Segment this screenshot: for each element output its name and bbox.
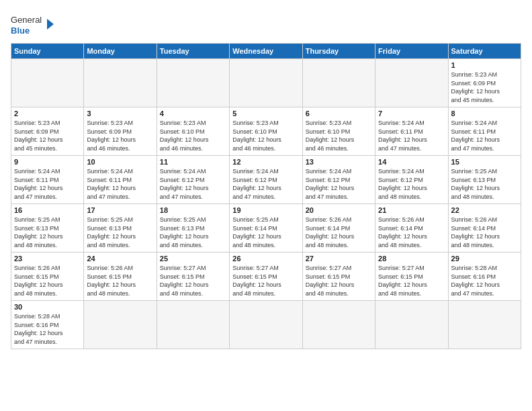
calendar-cell <box>230 59 302 107</box>
svg-text:Blue: Blue <box>11 26 30 36</box>
day-number: 28 <box>378 255 445 263</box>
calendar-cell: 29Sunrise: 5:28 AM Sunset: 6:16 PM Dayli… <box>448 253 521 301</box>
day-number: 5 <box>232 109 299 118</box>
day-number: 2 <box>14 109 81 118</box>
calendar-row: 30Sunrise: 5:28 AM Sunset: 6:16 PM Dayli… <box>11 301 521 349</box>
day-info: Sunrise: 5:23 AM Sunset: 6:10 PM Dayligh… <box>306 119 372 152</box>
day-number: 7 <box>378 109 445 118</box>
day-info: Sunrise: 5:24 AM Sunset: 6:11 PM Dayligh… <box>14 167 81 201</box>
calendar-cell: 22Sunrise: 5:26 AM Sunset: 6:14 PM Dayli… <box>448 204 521 253</box>
day-info: Sunrise: 5:28 AM Sunset: 6:16 PM Dayligh… <box>14 312 81 346</box>
calendar-cell <box>84 59 157 107</box>
day-info: Sunrise: 5:23 AM Sunset: 6:09 PM Dayligh… <box>451 71 518 104</box>
calendar-cell: 3Sunrise: 5:23 AM Sunset: 6:09 PM Daylig… <box>84 107 157 156</box>
svg-marker-2 <box>47 19 54 30</box>
day-info: Sunrise: 5:27 AM Sunset: 6:15 PM Dayligh… <box>160 264 226 298</box>
svg-text:General: General <box>11 15 42 25</box>
day-info: Sunrise: 5:24 AM Sunset: 6:11 PM Dayligh… <box>87 167 153 201</box>
day-number: 1 <box>451 61 518 69</box>
calendar-cell: 17Sunrise: 5:25 AM Sunset: 6:13 PM Dayli… <box>84 204 157 253</box>
calendar-cell: 11Sunrise: 5:24 AM Sunset: 6:12 PM Dayli… <box>157 156 229 204</box>
weekday-header-sunday: Sunday <box>11 44 84 59</box>
day-number: 12 <box>232 158 299 166</box>
day-info: Sunrise: 5:27 AM Sunset: 6:15 PM Dayligh… <box>306 264 372 298</box>
calendar-cell: 27Sunrise: 5:27 AM Sunset: 6:15 PM Dayli… <box>302 253 375 301</box>
day-info: Sunrise: 5:23 AM Sunset: 6:09 PM Dayligh… <box>87 119 153 152</box>
calendar-cell <box>375 59 448 107</box>
logo-svg: GeneralBlue <box>11 11 58 38</box>
weekday-header-thursday: Thursday <box>302 44 375 59</box>
day-number: 20 <box>306 206 372 214</box>
day-info: Sunrise: 5:23 AM Sunset: 6:09 PM Dayligh… <box>14 119 81 152</box>
day-info: Sunrise: 5:25 AM Sunset: 6:14 PM Dayligh… <box>232 216 299 249</box>
calendar-cell <box>157 301 229 349</box>
day-info: Sunrise: 5:26 AM Sunset: 6:15 PM Dayligh… <box>87 264 153 298</box>
calendar-cell <box>448 301 521 349</box>
calendar-cell: 26Sunrise: 5:27 AM Sunset: 6:15 PM Dayli… <box>230 253 302 301</box>
page-header: GeneralBlue <box>11 11 521 38</box>
weekday-header-row: SundayMondayTuesdayWednesdayThursdayFrid… <box>11 44 521 59</box>
day-number: 14 <box>378 158 445 166</box>
calendar-row: 9Sunrise: 5:24 AM Sunset: 6:11 PM Daylig… <box>11 156 521 204</box>
day-number: 30 <box>14 303 81 311</box>
calendar-row: 16Sunrise: 5:25 AM Sunset: 6:13 PM Dayli… <box>11 204 521 253</box>
weekday-header-monday: Monday <box>84 44 157 59</box>
day-info: Sunrise: 5:28 AM Sunset: 6:16 PM Dayligh… <box>451 264 518 298</box>
calendar-cell: 23Sunrise: 5:26 AM Sunset: 6:15 PM Dayli… <box>11 253 84 301</box>
day-number: 3 <box>87 109 153 118</box>
day-number: 10 <box>87 158 153 166</box>
day-info: Sunrise: 5:24 AM Sunset: 6:11 PM Dayligh… <box>378 119 445 152</box>
calendar-cell <box>302 59 375 107</box>
day-number: 26 <box>232 255 299 263</box>
weekday-header-saturday: Saturday <box>448 44 521 59</box>
day-number: 17 <box>87 206 153 214</box>
day-info: Sunrise: 5:26 AM Sunset: 6:14 PM Dayligh… <box>306 216 372 249</box>
day-number: 19 <box>232 206 299 214</box>
day-number: 21 <box>378 206 445 214</box>
calendar-cell: 21Sunrise: 5:26 AM Sunset: 6:14 PM Dayli… <box>375 204 448 253</box>
logo: GeneralBlue <box>11 11 58 38</box>
day-info: Sunrise: 5:25 AM Sunset: 6:13 PM Dayligh… <box>451 167 518 201</box>
calendar-cell: 28Sunrise: 5:27 AM Sunset: 6:15 PM Dayli… <box>375 253 448 301</box>
day-number: 13 <box>306 158 372 166</box>
calendar-cell: 18Sunrise: 5:25 AM Sunset: 6:13 PM Dayli… <box>157 204 229 253</box>
day-info: Sunrise: 5:27 AM Sunset: 6:15 PM Dayligh… <box>232 264 299 298</box>
day-info: Sunrise: 5:26 AM Sunset: 6:15 PM Dayligh… <box>14 264 81 298</box>
day-number: 11 <box>160 158 226 166</box>
calendar-table: SundayMondayTuesdayWednesdayThursdayFrid… <box>11 43 521 349</box>
day-info: Sunrise: 5:26 AM Sunset: 6:14 PM Dayligh… <box>378 216 445 249</box>
calendar-cell: 6Sunrise: 5:23 AM Sunset: 6:10 PM Daylig… <box>302 107 375 156</box>
day-number: 6 <box>306 109 372 118</box>
calendar-cell: 24Sunrise: 5:26 AM Sunset: 6:15 PM Dayli… <box>84 253 157 301</box>
calendar-cell: 1Sunrise: 5:23 AM Sunset: 6:09 PM Daylig… <box>448 59 521 107</box>
day-number: 8 <box>451 109 518 118</box>
day-info: Sunrise: 5:25 AM Sunset: 6:13 PM Dayligh… <box>87 216 153 249</box>
day-number: 25 <box>160 255 226 263</box>
day-number: 24 <box>87 255 153 263</box>
day-number: 16 <box>14 206 81 214</box>
calendar-cell: 20Sunrise: 5:26 AM Sunset: 6:14 PM Dayli… <box>302 204 375 253</box>
weekday-header-tuesday: Tuesday <box>157 44 229 59</box>
calendar-cell: 16Sunrise: 5:25 AM Sunset: 6:13 PM Dayli… <box>11 204 84 253</box>
calendar-cell: 4Sunrise: 5:23 AM Sunset: 6:10 PM Daylig… <box>157 107 229 156</box>
day-number: 29 <box>451 255 518 263</box>
calendar-row: 1Sunrise: 5:23 AM Sunset: 6:09 PM Daylig… <box>11 59 521 107</box>
day-info: Sunrise: 5:25 AM Sunset: 6:13 PM Dayligh… <box>160 216 226 249</box>
calendar-cell: 13Sunrise: 5:24 AM Sunset: 6:12 PM Dayli… <box>302 156 375 204</box>
calendar-cell: 19Sunrise: 5:25 AM Sunset: 6:14 PM Dayli… <box>230 204 302 253</box>
calendar-cell: 9Sunrise: 5:24 AM Sunset: 6:11 PM Daylig… <box>11 156 84 204</box>
day-number: 18 <box>160 206 226 214</box>
day-info: Sunrise: 5:23 AM Sunset: 6:10 PM Dayligh… <box>160 119 226 152</box>
calendar-cell: 15Sunrise: 5:25 AM Sunset: 6:13 PM Dayli… <box>448 156 521 204</box>
calendar-cell: 14Sunrise: 5:24 AM Sunset: 6:12 PM Dayli… <box>375 156 448 204</box>
day-info: Sunrise: 5:24 AM Sunset: 6:12 PM Dayligh… <box>232 167 299 201</box>
day-info: Sunrise: 5:24 AM Sunset: 6:12 PM Dayligh… <box>378 167 445 201</box>
day-number: 4 <box>160 109 226 118</box>
calendar-cell: 7Sunrise: 5:24 AM Sunset: 6:11 PM Daylig… <box>375 107 448 156</box>
day-number: 23 <box>14 255 81 263</box>
calendar-cell <box>230 301 302 349</box>
day-info: Sunrise: 5:24 AM Sunset: 6:11 PM Dayligh… <box>451 119 518 152</box>
calendar-cell: 8Sunrise: 5:24 AM Sunset: 6:11 PM Daylig… <box>448 107 521 156</box>
calendar-row: 2Sunrise: 5:23 AM Sunset: 6:09 PM Daylig… <box>11 107 521 156</box>
day-info: Sunrise: 5:24 AM Sunset: 6:12 PM Dayligh… <box>306 167 372 201</box>
